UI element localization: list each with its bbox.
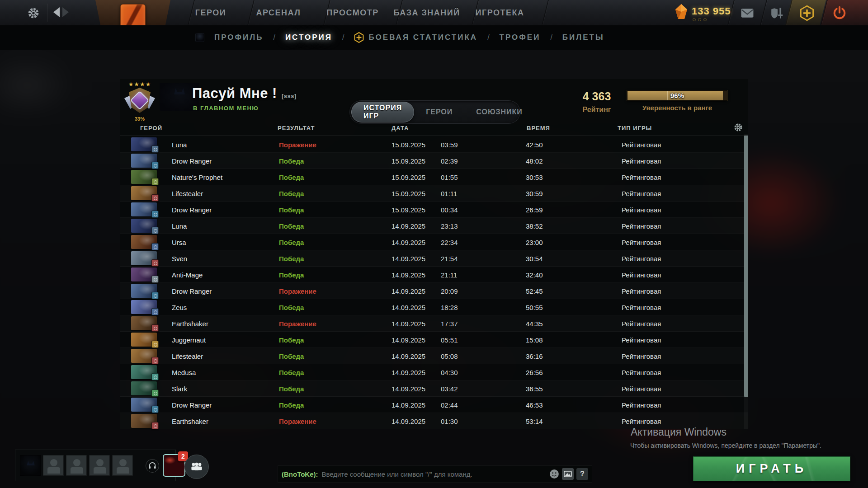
- currency-widget[interactable]: 133 955: [675, 4, 731, 20]
- header-type: ТИП ИГРЫ: [618, 125, 652, 131]
- table-row[interactable]: Lifestealer Победа 14.09.2025 05:08 36:1…: [120, 348, 748, 364]
- match-start-time: 04:30: [441, 364, 458, 380]
- table-row[interactable]: Luna Победа 14.09.2025 23:13 38:52 Рейти…: [120, 218, 748, 234]
- hero-name: Juggernaut: [172, 332, 206, 348]
- scrollbar-thumb[interactable]: [744, 136, 748, 397]
- table-settings-gear-icon[interactable]: [733, 122, 744, 133]
- hero-plus-badge: [151, 194, 159, 202]
- table-row[interactable]: Ursa Победа 14.09.2025 22:34 23:00 Рейти…: [120, 234, 748, 250]
- voice-headset-icon[interactable]: [146, 459, 159, 473]
- match-duration: 42:50: [526, 136, 543, 153]
- match-type: Рейтинговая: [622, 315, 661, 332]
- match-duration: 30:54: [526, 250, 543, 267]
- table-row[interactable]: Lifestealer Победа 15.09.2025 01:11 30:5…: [120, 185, 748, 202]
- settings-gear-icon[interactable]: [26, 6, 41, 20]
- table-row[interactable]: Juggernaut Победа 14.09.2025 05:51 15:08…: [120, 332, 748, 348]
- table-row[interactable]: Luna Поражение 15.09.2025 03:59 42:50 Ре…: [120, 136, 748, 153]
- menu-item-heroes[interactable]: ГЕРОИ: [181, 0, 241, 25]
- table-row[interactable]: Drow Ranger Победа 15.09.2025 02:39 48:0…: [120, 153, 748, 169]
- match-duration: 15:08: [526, 332, 543, 348]
- hero-portrait: [131, 398, 157, 412]
- match-type: Рейтинговая: [622, 169, 661, 185]
- match-result: Победа: [279, 397, 304, 413]
- match-result: Победа: [279, 153, 304, 169]
- party-slot-empty[interactable]: [89, 455, 110, 476]
- table-row[interactable]: Medusa Победа 14.09.2025 04:30 26:56 Рей…: [120, 364, 748, 380]
- chat-input[interactable]: [322, 470, 549, 478]
- menu-item-watch[interactable]: ПРОСМОТР: [316, 0, 389, 25]
- match-date: 15.09.2025: [392, 136, 425, 153]
- match-start-time: 22:34: [441, 234, 458, 250]
- match-date: 15.09.2025: [392, 153, 425, 169]
- play-button[interactable]: ИГРАТЬ: [693, 456, 850, 481]
- hero-portrait: [131, 235, 157, 249]
- match-start-time: 02:39: [441, 153, 458, 169]
- tab-heroes[interactable]: ГЕРОИ: [414, 108, 464, 116]
- tab-match-history[interactable]: ИСТОРИЯ ИГР: [351, 102, 414, 122]
- rating-value: 4 363: [565, 90, 628, 103]
- mail-icon[interactable]: [740, 5, 755, 21]
- hero-name: Drow Ranger: [172, 283, 212, 299]
- hero-plus-badge: [151, 145, 159, 153]
- subnav-item-profile[interactable]: ПРОФИЛЬ: [214, 33, 263, 42]
- match-date: 14.09.2025: [392, 250, 425, 267]
- shard-gem-icon: [675, 4, 688, 20]
- table-row[interactable]: Slark Победа 14.09.2025 03:42 36:55 Рейт…: [120, 380, 748, 397]
- party-slot-empty[interactable]: [66, 455, 87, 476]
- subnav-item-history[interactable]: ИСТОРИЯ: [285, 33, 332, 42]
- match-type: Рейтинговая: [622, 218, 661, 234]
- table-row[interactable]: Anti-Mage Победа 14.09.2025 21:11 32:40 …: [120, 267, 748, 283]
- menu-item-gameroom[interactable]: ИГРОТЕКА: [465, 0, 535, 25]
- hero-portrait: [131, 316, 157, 330]
- hero-plus-badge: [151, 357, 159, 364]
- friends-list-button[interactable]: [184, 455, 209, 479]
- armory-shield-sword-icon[interactable]: [769, 5, 785, 21]
- hero-portrait: [131, 186, 157, 200]
- subnav-item-tickets[interactable]: БИЛЕТЫ: [562, 33, 604, 42]
- party-slot-empty[interactable]: [43, 455, 64, 476]
- table-row[interactable]: Zeus Победа 14.09.2025 18:28 50:55 Рейти…: [120, 299, 748, 315]
- match-date: 15.09.2025: [392, 169, 425, 185]
- hero-plus-badge: [151, 406, 159, 413]
- hero-portrait: [131, 251, 157, 265]
- hero-name: Ursa: [172, 234, 186, 250]
- hero-plus-badge: [151, 292, 159, 299]
- match-duration: 32:40: [526, 267, 543, 283]
- back-arrow-icon[interactable]: [53, 7, 60, 17]
- hero-name: Luna: [172, 136, 187, 153]
- table-scrollbar[interactable]: [744, 134, 748, 429]
- subnav-item-battle-stats[interactable]: БОЕВАЯ СТАТИСТИКА: [368, 33, 477, 42]
- menu-item-arsenal[interactable]: АРСЕНАЛ: [241, 0, 316, 25]
- match-start-time: 20:09: [441, 283, 458, 299]
- event-item-card[interactable]: 2: [163, 454, 185, 477]
- emoticon-icon[interactable]: [549, 469, 559, 479]
- table-row[interactable]: Drow Ranger Победа 15.09.2025 00:34 26:5…: [120, 202, 748, 218]
- match-result: Победа: [279, 234, 304, 250]
- hero-name: Anti-Mage: [172, 267, 203, 283]
- match-start-time: 01:30: [441, 413, 458, 429]
- match-type: Рейтинговая: [622, 136, 661, 153]
- table-row[interactable]: Drow Ranger Победа 14.09.2025 02:44 46:5…: [120, 397, 748, 413]
- table-row[interactable]: Drow Ranger Поражение 14.09.2025 20:09 5…: [120, 283, 748, 299]
- party-slot-self[interactable]: [20, 455, 41, 476]
- match-result: Победа: [279, 169, 304, 185]
- match-type: Рейтинговая: [622, 283, 661, 299]
- table-row[interactable]: Nature's Prophet Победа 15.09.2025 01:55…: [120, 169, 748, 185]
- tab-allies[interactable]: СОЮЗНИКИ: [464, 108, 534, 116]
- subnav-item-trophies[interactable]: ТРОФЕИ: [500, 33, 541, 42]
- chat-wheel-icon[interactable]: [562, 468, 574, 480]
- chat-help-button[interactable]: ?: [576, 468, 588, 480]
- match-start-time: 18:28: [441, 299, 458, 315]
- match-start-time: 05:08: [441, 348, 458, 364]
- table-row[interactable]: Earthshaker Поражение 14.09.2025 17:37 4…: [120, 315, 748, 332]
- forward-arrow-icon[interactable]: [62, 7, 69, 17]
- power-quit-icon[interactable]: [832, 5, 847, 21]
- player-tag: [sss]: [282, 93, 297, 99]
- dota-plus-icon[interactable]: [799, 5, 815, 21]
- menu-item-knowledge-base[interactable]: БАЗА ЗНАНИЙ: [389, 0, 465, 25]
- table-row[interactable]: Sven Победа 14.09.2025 21:54 30:54 Рейти…: [120, 250, 748, 267]
- match-date: 14.09.2025: [392, 397, 425, 413]
- party-slot-empty[interactable]: [112, 455, 133, 476]
- confidence-label: Уверенность в ранге: [627, 104, 727, 112]
- top-bar: ГЕРОИ АРСЕНАЛ ПРОСМОТР БАЗА ЗНАНИЙ ИГРОТ…: [0, 0, 868, 25]
